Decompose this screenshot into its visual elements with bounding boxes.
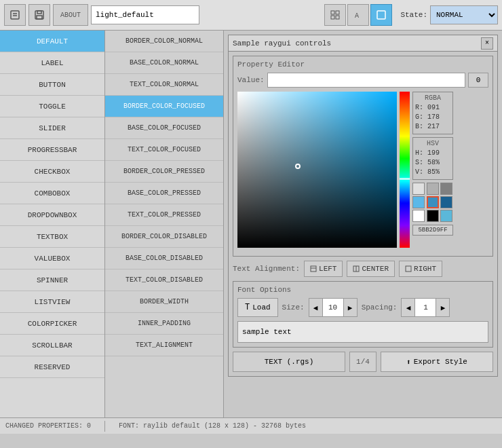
spacing-decrease-button[interactable]: ◀ xyxy=(402,299,415,316)
property-editor: Property Editor Value: 0 xyxy=(233,56,493,257)
sidebar-item-toggle[interactable]: TOGGLE xyxy=(0,96,104,117)
export-label: Export Style xyxy=(414,358,467,366)
prop-border-color-pressed[interactable]: BORDER_COLOR_PRESSED xyxy=(105,161,223,183)
hsv-s: S: 58% xyxy=(415,158,450,168)
svg-rect-8 xyxy=(331,16,334,19)
sidebar-item-combobox[interactable]: COMBOBOX xyxy=(0,183,104,204)
prop-border-width[interactable]: BORDER_WIDTH xyxy=(105,291,223,313)
prop-border-color-normal[interactable]: BORDER_COLOR_NORMAL xyxy=(105,31,223,52)
value-input[interactable] xyxy=(267,73,465,88)
size-value: 10 xyxy=(323,302,343,313)
hsv-title: HSV xyxy=(415,140,450,147)
prop-text-color-pressed[interactable]: TEXT_COLOR_PRESSED xyxy=(105,204,223,226)
spacing-value: 1 xyxy=(415,302,436,313)
swatch-6[interactable] xyxy=(412,210,425,222)
prop-base-color-pressed[interactable]: BASE_COLOR_PRESSED xyxy=(105,183,223,204)
rgba-b: B: 217 xyxy=(415,122,450,132)
prop-base-color-disabled[interactable]: BASE_COLOR_DISABLED xyxy=(105,248,223,269)
sidebar-item-slider[interactable]: SLIDER xyxy=(0,117,104,139)
text-rgs-button[interactable]: TEXT (.rgs) xyxy=(233,352,345,372)
hsv-section: HSV H: 199 S: 58% V: 85% xyxy=(412,137,453,180)
sample-text-input[interactable] xyxy=(237,321,488,343)
text-view-button[interactable]: A xyxy=(347,4,369,26)
text-alignment-label: Text Alignment: xyxy=(233,265,300,273)
align-center-button[interactable]: CENTER xyxy=(347,261,395,277)
rgba-g: G: 178 xyxy=(415,113,450,122)
property-editor-title: Property Editor xyxy=(237,60,488,69)
svg-rect-11 xyxy=(377,11,385,19)
sidebar-item-default[interactable]: DEFAULT xyxy=(0,31,104,52)
align-left-button[interactable]: LEFT xyxy=(304,261,343,277)
about-button[interactable]: ABOUT xyxy=(53,4,88,26)
prop-text-color-normal[interactable]: TEXT_COLOR_NORMAL xyxy=(105,74,223,96)
align-left-label: LEFT xyxy=(319,265,336,273)
middle-panel: BORDER_COLOR_NORMAL BASE_COLOR_NORMAL TE… xyxy=(105,31,224,417)
page-indicator: 1/4 xyxy=(349,352,376,372)
view-mode-group: A xyxy=(324,4,392,26)
sample-close-button[interactable]: × xyxy=(481,37,493,50)
rgba-section: RGBA R: 091 G: 178 B: 217 xyxy=(412,92,453,134)
load-font-button[interactable]: T Load xyxy=(237,298,278,317)
prop-base-color-normal[interactable]: BASE_COLOR_NORMAL xyxy=(105,52,223,74)
sidebar-item-button[interactable]: BUTTON xyxy=(0,74,104,96)
sidebar-item-progressbar[interactable]: PROGRESSBAR xyxy=(0,139,104,161)
shape-view-button[interactable] xyxy=(370,4,392,26)
prop-border-color-disabled[interactable]: BORDER_COLOR_DISABLED xyxy=(105,226,223,248)
state-select[interactable]: NORMAL FOCUSED PRESSED DISABLED xyxy=(430,5,498,24)
spacing-increase-button[interactable]: ▶ xyxy=(436,299,449,316)
sidebar-item-listview[interactable]: LISTVIEW xyxy=(0,291,104,313)
sidebar-item-reserved[interactable]: RESERVED xyxy=(0,356,104,378)
sidebar-item-colorpicker[interactable]: COLORPICKER xyxy=(0,313,104,335)
prop-border-color-focused[interactable]: BORDER_COLOR_FOCUSED xyxy=(105,96,223,117)
value-button[interactable]: 0 xyxy=(468,73,488,88)
color-gradient[interactable] xyxy=(237,92,397,248)
svg-rect-0 xyxy=(11,11,19,19)
align-right-button[interactable]: RIGHT xyxy=(399,261,442,277)
prop-inner-padding[interactable]: INNER_PADDING xyxy=(105,313,223,335)
svg-rect-16 xyxy=(406,266,411,272)
rgba-title: RGBA xyxy=(415,94,450,102)
color-info: RGBA R: 091 G: 178 B: 217 HSV H: 199 S: … xyxy=(412,92,453,248)
right-panel: Sample raygui controls × Property Editor… xyxy=(224,31,502,417)
swatch-0[interactable] xyxy=(412,183,425,195)
main-area: DEFAULT LABEL BUTTON TOGGLE SLIDER PROGR… xyxy=(0,31,502,417)
size-decrease-button[interactable]: ◀ xyxy=(309,299,323,316)
font-controls: T Load Size: ◀ 10 ▶ Spacing: ◀ 1 ▶ xyxy=(237,298,488,317)
sidebar-item-spinner[interactable]: SPINNER xyxy=(0,269,104,291)
sidebar-item-dropdownbox[interactable]: DROPDOWNBOX xyxy=(0,204,104,226)
color-spectrum[interactable] xyxy=(400,92,410,248)
prop-text-alignment[interactable]: TEXT_ALIGNMENT xyxy=(105,335,223,356)
grid-view-button[interactable] xyxy=(324,4,346,26)
sidebar-item-textbox[interactable]: TEXTBOX xyxy=(0,226,104,248)
swatch-1[interactable] xyxy=(427,183,439,195)
swatch-4[interactable] xyxy=(427,196,439,208)
sidebar-item-scrollbar[interactable]: SCROLLBAR xyxy=(0,335,104,356)
prop-base-color-focused[interactable]: BASE_COLOR_FOCUSED xyxy=(105,117,223,139)
prop-text-color-focused[interactable]: TEXT_COLOR_FOCUSED xyxy=(105,139,223,161)
swatch-5[interactable] xyxy=(440,196,452,208)
save-button[interactable] xyxy=(28,4,50,26)
swatch-8[interactable] xyxy=(440,210,452,222)
svg-text:A: A xyxy=(355,12,359,20)
align-right-label: RIGHT xyxy=(414,265,436,273)
status-bar: CHANGED PROPERTIES: 0 FONT: raylib defau… xyxy=(0,417,502,434)
swatch-3[interactable] xyxy=(412,196,425,208)
bottom-buttons: TEXT (.rgs) 1/4 ⬆ Export Style xyxy=(233,352,493,372)
export-style-button[interactable]: ⬆ Export Style xyxy=(381,352,493,372)
swatch-7[interactable] xyxy=(427,210,439,222)
state-label: State: xyxy=(400,11,427,19)
load-font-icon: T xyxy=(245,303,250,312)
swatch-2[interactable] xyxy=(440,183,452,195)
toolbar: ABOUT A State: NORMAL FOCUSED PRESSED DI… xyxy=(0,0,502,31)
sidebar-item-checkbox[interactable]: CHECKBOX xyxy=(0,161,104,183)
sidebar-item-valuebox[interactable]: VALUEBOX xyxy=(0,248,104,269)
prop-text-color-disabled[interactable]: TEXT_COLOR_DISABLED xyxy=(105,269,223,291)
sample-title-bar: Sample raygui controls × xyxy=(229,35,497,52)
spacing-label: Spacing: xyxy=(362,303,398,312)
filename-input[interactable] xyxy=(91,5,199,24)
new-file-button[interactable] xyxy=(4,4,26,26)
text-alignment-row: Text Alignment: LEFT CENTER RIGHT xyxy=(233,261,493,277)
sidebar-item-label[interactable]: LABEL xyxy=(0,52,104,74)
hsv-v: V: 85% xyxy=(415,168,450,177)
size-increase-button[interactable]: ▶ xyxy=(343,299,357,316)
